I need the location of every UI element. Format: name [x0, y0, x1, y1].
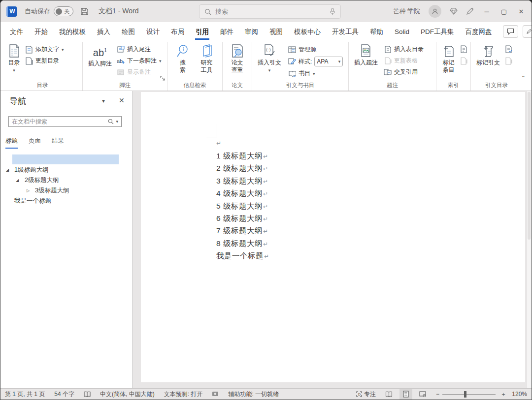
- tab-pdf-tools[interactable]: PDF工具集: [420, 23, 455, 40]
- accessibility[interactable]: 辅助功能: 一切就绪: [228, 390, 279, 399]
- paper-check-button[interactable]: 论文查重: [229, 43, 246, 75]
- tab-help[interactable]: 帮助: [369, 23, 384, 40]
- tab-design[interactable]: 设计: [146, 23, 160, 40]
- tab-insert[interactable]: 插入: [97, 23, 111, 40]
- next-footnote-button[interactable]: ab 下一条脚注 ▾: [117, 57, 162, 65]
- titlebar-search-box[interactable]: 搜索: [199, 4, 341, 19]
- tab-my-templates[interactable]: 我的模板: [59, 23, 86, 40]
- tab-references[interactable]: 引用: [195, 23, 209, 40]
- recording-icon[interactable]: [212, 391, 219, 397]
- footnotes-dialog-launcher[interactable]: [160, 76, 165, 81]
- bibliography-icon: [288, 70, 296, 77]
- zoom-in-button[interactable]: ＋: [500, 390, 506, 399]
- maximize-button[interactable]: ▢: [499, 8, 508, 15]
- text-prediction[interactable]: 文本预测: 打开: [164, 390, 203, 399]
- heading-text[interactable]: 6 级标题大纲: [216, 214, 263, 222]
- nav-tab-pages[interactable]: 页面: [29, 137, 41, 149]
- web-layout-button[interactable]: [416, 389, 429, 400]
- nav-selected-heading-row[interactable]: [12, 154, 119, 164]
- cross-reference-button[interactable]: 交叉引用: [384, 68, 424, 76]
- nav-close-icon[interactable]: ✕: [119, 96, 125, 104]
- insert-citation-button[interactable]: (–) 插入引文 ▾: [256, 43, 283, 78]
- tab-home[interactable]: 开始: [34, 23, 48, 40]
- collapse-triangle-icon[interactable]: ▷: [27, 185, 30, 196]
- tab-draw[interactable]: 绘图: [121, 23, 135, 40]
- print-layout-button[interactable]: [399, 389, 412, 400]
- nav-tab-headings[interactable]: 标题: [5, 137, 18, 149]
- bibliography-button[interactable]: 书目 ▾: [288, 69, 343, 78]
- expand-triangle-icon[interactable]: ◢: [6, 165, 9, 175]
- focus-mode-button[interactable]: D 专注: [356, 390, 376, 399]
- document-page[interactable]: ↵ 1 级标题大纲↵ 2 级标题大纲↵ 3 级标题大纲↵ 4 级标题大纲↵ 5 …: [141, 92, 525, 382]
- mark-entry-button[interactable]: 标记条目: [440, 43, 457, 75]
- manage-sources-button[interactable]: 管理源: [288, 45, 343, 54]
- heading-text[interactable]: 5 级标题大纲: [216, 202, 263, 210]
- autosave-label: 自动保存: [25, 7, 50, 16]
- mark-citation-button[interactable]: 标记引文: [474, 43, 502, 67]
- heading-text[interactable]: 我是一个标题: [216, 251, 264, 260]
- tab-file[interactable]: 文件: [9, 23, 24, 40]
- read-mode-button[interactable]: [383, 389, 396, 400]
- page-info[interactable]: 第 1 页, 共 1 页: [5, 390, 45, 399]
- language[interactable]: 中文(简体, 中国大陆): [100, 390, 155, 399]
- citation-style-select[interactable]: APA ▾: [314, 57, 343, 66]
- save-icon[interactable]: [80, 7, 89, 16]
- vertical-scrollbar[interactable]: [526, 91, 532, 388]
- insert-table-of-figures-button[interactable]: 插入表目录: [384, 45, 424, 54]
- tab-solid[interactable]: Solid: [394, 24, 410, 39]
- research-tools-button[interactable]: 研究工具: [198, 43, 215, 75]
- insert-endnote-button[interactable]: 插入尾注: [117, 45, 162, 54]
- editing-mode-button[interactable]: 编辑 ▾: [523, 25, 532, 38]
- toc-button[interactable]: 目录 ▾: [6, 43, 22, 74]
- heading-text[interactable]: 1 级标题大纲: [216, 152, 263, 160]
- insert-table-of-authorities-button[interactable]: [505, 45, 512, 53]
- tab-mailings[interactable]: 邮件: [220, 23, 234, 40]
- tree-item[interactable]: ▷ 3级标题大纲: [0, 185, 132, 196]
- heading-text[interactable]: 8 级标题大纲: [216, 239, 263, 247]
- collapse-ribbon-icon[interactable]: ⌄: [521, 72, 526, 79]
- tree-item[interactable]: ◢ 2级标题大纲: [0, 175, 132, 185]
- proofing-book-icon[interactable]: [84, 391, 91, 397]
- zoom-level[interactable]: 120%: [510, 391, 527, 398]
- tree-item[interactable]: 我是一个标题: [0, 196, 132, 206]
- heading-text[interactable]: 7 级标题大纲: [216, 226, 263, 235]
- zoom-out-button[interactable]: −: [436, 391, 439, 398]
- nav-search-box[interactable]: 在文档中搜索 ▾: [8, 116, 122, 127]
- heading-text[interactable]: 3 级标题大纲: [216, 177, 263, 185]
- gem-icon[interactable]: [450, 8, 458, 15]
- insert-index-button[interactable]: [460, 45, 467, 53]
- autosave-toggle[interactable]: 关: [54, 6, 73, 16]
- microphone-icon[interactable]: [330, 8, 335, 15]
- add-text-button[interactable]: 添加文字 ▾: [25, 45, 64, 54]
- avatar[interactable]: [429, 5, 441, 18]
- tab-developer[interactable]: 开发工具: [332, 23, 359, 40]
- word-count[interactable]: 54 个字: [54, 390, 74, 399]
- update-toc-button[interactable]: 更新目录: [25, 57, 64, 65]
- account-name[interactable]: 芒种 学院: [393, 7, 420, 16]
- zoom-slider[interactable]: [442, 394, 496, 395]
- tab-layout[interactable]: 布局: [170, 23, 185, 40]
- word-logo-icon[interactable]: W: [6, 6, 17, 17]
- zoom-slider-thumb[interactable]: [464, 391, 466, 398]
- heading-text[interactable]: 4 级标题大纲: [216, 189, 263, 197]
- insert-footnote-button[interactable]: ab1 插入脚注: [86, 43, 114, 76]
- comments-button[interactable]: [503, 25, 518, 38]
- tab-view[interactable]: 视图: [269, 23, 283, 40]
- tab-review[interactable]: 审阅: [244, 23, 259, 40]
- smart-search-button[interactable]: 搜索: [174, 43, 191, 75]
- minimize-button[interactable]: ─: [482, 8, 491, 15]
- heading-text[interactable]: 2 级标题大纲: [216, 164, 263, 172]
- scrollbar-thumb[interactable]: [528, 92, 531, 240]
- tab-baidu-netdisk[interactable]: 百度网盘: [465, 23, 493, 40]
- nav-tab-results[interactable]: 结果: [52, 137, 64, 149]
- expand-triangle-icon[interactable]: ◢: [16, 175, 19, 185]
- chevron-down-icon[interactable]: ▾: [116, 119, 118, 124]
- tab-template-center[interactable]: 模板中心: [294, 23, 321, 40]
- titlebar-search-placeholder: 搜索: [215, 7, 228, 16]
- nav-options-chevron-icon[interactable]: ▾: [102, 97, 105, 104]
- pen-icon[interactable]: [466, 7, 474, 15]
- tree-item[interactable]: ◢ 1级标题大纲: [0, 165, 132, 175]
- close-button[interactable]: ✕: [517, 8, 526, 15]
- document-text[interactable]: 1 级标题大纲↵ 2 级标题大纲↵ 3 级标题大纲↵ 4 级标题大纲↵ 5 级标…: [216, 150, 269, 262]
- insert-caption-button[interactable]: 插入题注: [352, 43, 380, 76]
